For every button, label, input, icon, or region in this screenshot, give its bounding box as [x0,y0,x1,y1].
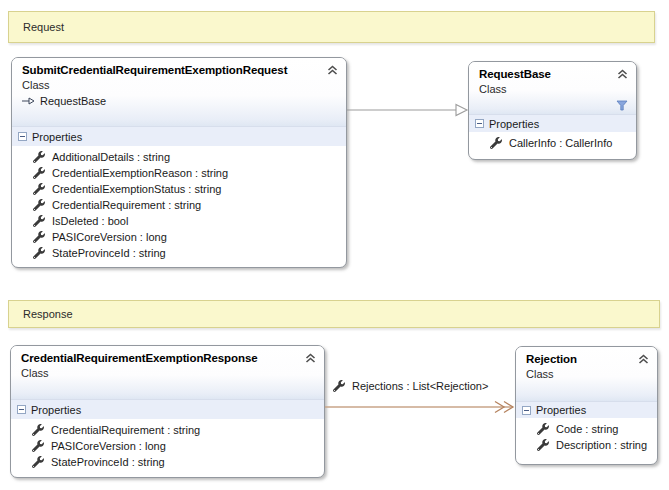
properties-rows: CallerInfo : CallerInfo [469,132,636,151]
class-title: CredentialRequirementExemptionResponse [21,352,316,364]
property-label: PASICoreVersion : long [52,231,167,243]
class-stereotype: Class [479,83,628,95]
property-label: Description : string [556,439,647,451]
property-row[interactable]: CredentialExemptionReason : string [12,165,346,181]
collapse-chevron-icon[interactable] [617,69,628,79]
property-row[interactable]: StateProvinceId : string [12,245,346,261]
property-label: IsDeleted : bool [52,215,128,227]
collapse-chevron-icon[interactable] [638,354,649,364]
wrench-icon [537,423,549,435]
minus-expander-icon[interactable] [475,119,484,128]
inherits-arrow-icon [22,97,35,105]
collapse-chevron-icon[interactable] [327,65,338,75]
association-label[interactable]: Rejections : List<Rejection> [333,380,488,392]
property-row[interactable]: IsDeleted : bool [12,213,346,229]
property-row[interactable]: StateProvinceId : string [11,454,324,470]
class-title: Rejection [526,353,649,365]
property-label: PASICoreVersion : long [51,440,166,452]
property-label: StateProvinceId : string [51,456,165,468]
collapse-chevron-icon[interactable] [305,353,316,363]
properties-section-header[interactable]: Properties [12,126,346,146]
property-label: Code : string [556,423,618,435]
wrench-icon [33,247,45,259]
property-label: CredentialExemptionReason : string [52,167,228,179]
association-label-text: Rejections : List<Rejection> [352,380,488,392]
properties-section-header[interactable]: Properties [516,401,657,418]
inheritance-connector[interactable] [347,105,467,116]
wrench-icon [33,199,45,211]
base-type-label: RequestBase [40,95,106,107]
wrench-icon [33,183,45,195]
wrench-icon [490,137,502,149]
wrench-icon [33,231,45,243]
properties-section-label: Properties [32,131,82,143]
class-stereotype: Class [21,367,316,379]
properties-section-header[interactable]: Properties [11,399,324,419]
property-label: CredentialRequirement : string [51,424,200,436]
property-row[interactable]: CallerInfo : CallerInfo [469,135,636,151]
wrench-icon [537,439,549,451]
wrench-icon [32,440,44,452]
wrench-icon [33,215,45,227]
base-type-row: RequestBase [22,95,338,107]
property-row[interactable]: CredentialRequirement : string [12,197,346,213]
request-group-comment[interactable]: Request [8,11,655,43]
class-title: RequestBase [479,68,628,80]
property-row[interactable]: Description : string [516,437,657,453]
class-box-request-base[interactable]: RequestBase Class Properties CallerInfo … [468,61,637,160]
filter-icon[interactable] [616,100,628,111]
minus-expander-icon[interactable] [17,405,26,414]
response-group-comment[interactable]: Response [8,300,660,328]
association-connector[interactable] [325,402,513,413]
property-label: CallerInfo : CallerInfo [509,137,612,149]
property-row[interactable]: PASICoreVersion : long [12,229,346,245]
response-group-label: Response [23,308,73,320]
wrench-icon [32,456,44,468]
properties-section-label: Properties [489,118,539,130]
property-label: StateProvinceId : string [52,247,166,259]
property-label: CredentialExemptionStatus : string [52,183,221,195]
property-row[interactable]: CredentialExemptionStatus : string [12,181,346,197]
property-label: AdditionalDetails : string [52,151,170,163]
class-header: RequestBase Class [469,62,636,114]
class-header: Rejection Class [516,347,657,401]
properties-section-label: Properties [31,404,81,416]
property-row[interactable]: AdditionalDetails : string [12,149,346,165]
class-header: CredentialRequirementExemptionResponse C… [11,346,324,399]
class-box-exemption-response[interactable]: CredentialRequirementExemptionResponse C… [10,345,325,478]
class-header: SubmitCredentialRequirementExemptionRequ… [12,58,346,126]
wrench-icon [33,167,45,179]
wrench-icon [33,151,45,163]
class-box-rejection[interactable]: Rejection Class Properties Code : string… [515,346,658,465]
properties-rows: AdditionalDetails : string CredentialExe… [12,146,346,261]
property-row[interactable]: PASICoreVersion : long [11,438,324,454]
wrench-icon [32,424,44,436]
properties-section-header[interactable]: Properties [469,114,636,132]
property-row[interactable]: Code : string [516,421,657,437]
minus-expander-icon[interactable] [18,132,27,141]
class-box-submit-request[interactable]: SubmitCredentialRequirementExemptionRequ… [11,57,347,268]
properties-rows: Code : string Description : string [516,418,657,453]
minus-expander-icon[interactable] [522,406,531,415]
property-row[interactable]: CredentialRequirement : string [11,422,324,438]
properties-rows: CredentialRequirement : string PASICoreV… [11,419,324,470]
property-label: CredentialRequirement : string [52,199,201,211]
class-diagram-canvas: Request Response Rejections : List<Rejec… [0,0,669,490]
class-stereotype: Class [22,79,338,91]
properties-section-label: Properties [536,404,586,416]
class-title: SubmitCredentialRequirementExemptionRequ… [22,64,338,76]
class-stereotype: Class [526,368,649,380]
wrench-icon [333,380,345,392]
request-group-label: Request [23,21,64,33]
